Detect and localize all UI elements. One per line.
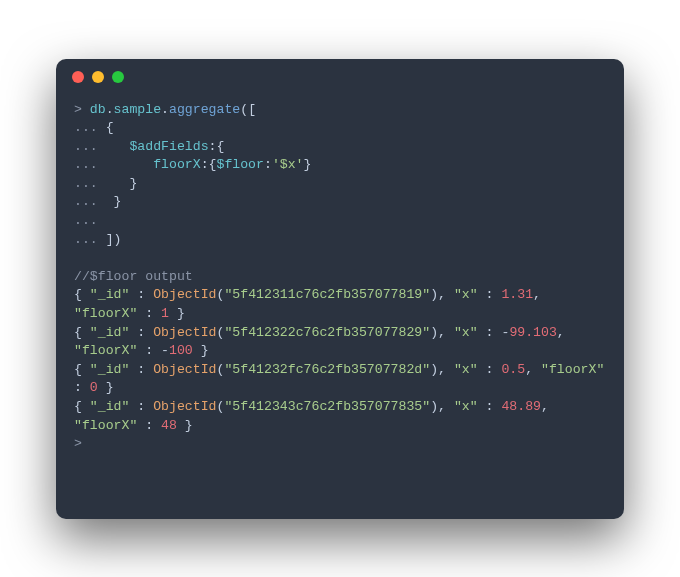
k-floorx: "floorX" <box>74 306 137 321</box>
close-icon[interactable] <box>72 71 84 83</box>
token-floorop: $floor <box>216 157 263 172</box>
cont-prompt: ... <box>74 120 98 135</box>
token-varx: '$x' <box>272 157 304 172</box>
token-db: db <box>90 102 106 117</box>
cont-prompt: ... <box>74 213 98 228</box>
cont-prompt: ... <box>74 194 98 209</box>
oid-2: "5f41232fc76c2fb35707782d" <box>224 362 430 377</box>
token-aggregate: aggregate <box>169 102 240 117</box>
cont-prompt: ... <box>74 139 98 154</box>
v-x-3: 48.89 <box>501 399 541 414</box>
prompt: > <box>74 436 82 451</box>
v-x-1: 99.103 <box>509 325 556 340</box>
terminal-content: > db.sample.aggregate([ ... { ... $addFi… <box>56 95 624 472</box>
fn-objectid: ObjectId <box>153 399 216 414</box>
k-id: "_id" <box>90 287 130 302</box>
maximize-icon[interactable] <box>112 71 124 83</box>
open-paren-bracket: ([ <box>240 102 256 117</box>
k-floorx: "floorX" <box>541 362 604 377</box>
oid-0: "5f412311c76c2fb357077819" <box>224 287 430 302</box>
fn-objectid: ObjectId <box>153 325 216 340</box>
v-floor-1: 100 <box>169 343 193 358</box>
oid-3: "5f412343c76c2fb357077835" <box>224 399 430 414</box>
token-addfields: $addFields <box>129 139 208 154</box>
close-bracket-paren: ]) <box>106 232 122 247</box>
prompt: > <box>74 102 82 117</box>
k-x: "x" <box>454 325 478 340</box>
terminal-window: > db.sample.aggregate([ ... { ... $addFi… <box>56 59 624 519</box>
v-floor-2: 0 <box>90 380 98 395</box>
minimize-icon[interactable] <box>92 71 104 83</box>
v-x-0: 1.31 <box>501 287 533 302</box>
fn-objectid: ObjectId <box>153 362 216 377</box>
k-x: "x" <box>454 287 478 302</box>
v-x-2: 0.5 <box>501 362 525 377</box>
k-id: "_id" <box>90 325 130 340</box>
k-id: "_id" <box>90 362 130 377</box>
token-sample: sample <box>114 102 161 117</box>
fn-objectid: ObjectId <box>153 287 216 302</box>
k-floorx: "floorX" <box>74 418 137 433</box>
titlebar <box>56 59 624 95</box>
k-x: "x" <box>454 362 478 377</box>
cont-prompt: ... <box>74 176 98 191</box>
k-x: "x" <box>454 399 478 414</box>
v-floor-0: 1 <box>161 306 169 321</box>
comment-line: //$floor output <box>74 269 193 284</box>
k-floorx: "floorX" <box>74 343 137 358</box>
oid-1: "5f412322c76c2fb357077829" <box>224 325 430 340</box>
cont-prompt: ... <box>74 232 98 247</box>
v-floor-3: 48 <box>161 418 177 433</box>
cont-prompt: ... <box>74 157 98 172</box>
k-id: "_id" <box>90 399 130 414</box>
token-floorx: floorX <box>153 157 200 172</box>
